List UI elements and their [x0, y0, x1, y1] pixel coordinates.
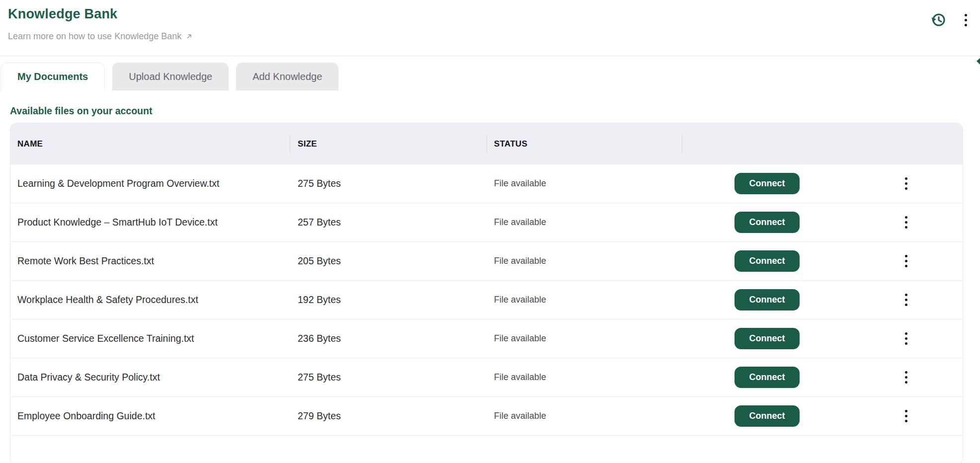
- kebab-menu-icon: [905, 177, 907, 190]
- file-status: File available: [487, 333, 682, 344]
- row-actions: Connect: [682, 319, 963, 358]
- file-size: 275 Bytes: [290, 372, 487, 383]
- connect-button[interactable]: Connect: [735, 212, 800, 233]
- tab-upload-knowledge[interactable]: Upload Knowledge: [112, 63, 229, 90]
- file-status: File available: [487, 295, 682, 305]
- file-size: 205 Bytes: [290, 255, 487, 267]
- file-name: Remote Work Best Practices.txt: [10, 255, 290, 267]
- column-header-actions: [682, 123, 963, 164]
- column-header-size: SIZE: [290, 123, 487, 164]
- page-title: Knowledge Bank: [8, 6, 980, 22]
- row-actions: Connect: [682, 281, 963, 319]
- page-header: Knowledge Bank Learn more on how to use …: [0, 0, 980, 56]
- tab-bar: My Documents Upload Knowledge Add Knowle…: [0, 56, 980, 90]
- kebab-menu-icon: [905, 255, 907, 267]
- file-name: Data Privacy & Security Policy.txt: [10, 372, 290, 383]
- table-row: Workplace Health & Safety Procedures.txt…: [10, 281, 963, 319]
- history-icon: [930, 11, 948, 29]
- row-actions: Connect: [682, 164, 963, 203]
- kebab-menu-icon: [905, 294, 907, 306]
- file-size: 279 Bytes: [290, 410, 487, 422]
- row-menu-button[interactable]: [904, 215, 908, 230]
- file-name: Workplace Health & Safety Procedures.txt: [10, 294, 290, 306]
- kebab-menu-icon: [965, 14, 967, 26]
- column-header-name: NAME: [10, 123, 290, 164]
- table-row: Employee Onboarding Guide.txt 279 Bytes …: [10, 397, 963, 436]
- file-status: File available: [487, 411, 682, 421]
- section-heading: Available files on your account: [10, 105, 963, 117]
- connect-button[interactable]: Connect: [735, 289, 800, 310]
- row-menu-button[interactable]: [904, 293, 908, 307]
- learn-more-link[interactable]: Learn more on how to use Knowledge Bank: [8, 31, 192, 42]
- table-header-row: NAME SIZE STATUS: [10, 123, 963, 164]
- table-row: Data Privacy & Security Policy.txt 275 B…: [10, 358, 963, 397]
- row-actions: Connect: [682, 203, 963, 241]
- file-status: File available: [487, 217, 682, 228]
- file-status: File available: [487, 178, 682, 189]
- file-size: 257 Bytes: [290, 217, 487, 228]
- table-row: Learning & Development Program Overview.…: [10, 164, 963, 203]
- row-actions: Connect: [682, 358, 963, 396]
- file-name: Customer Service Excellence Training.txt: [10, 333, 290, 344]
- tab-my-documents[interactable]: My Documents: [0, 63, 105, 90]
- row-menu-button[interactable]: [904, 409, 908, 423]
- table-row: Customer Service Excellence Training.txt…: [10, 319, 963, 358]
- file-size: 275 Bytes: [290, 178, 487, 189]
- row-menu-button[interactable]: [904, 176, 908, 191]
- connect-button[interactable]: Connect: [735, 173, 800, 194]
- file-size: 236 Bytes: [290, 333, 487, 344]
- row-menu-button[interactable]: [904, 331, 908, 346]
- column-header-status: STATUS: [487, 123, 682, 164]
- kebab-menu-icon: [905, 410, 907, 422]
- kebab-menu-icon: [905, 371, 907, 384]
- history-button[interactable]: [929, 10, 949, 30]
- table-body: Learning & Development Program Overview.…: [10, 164, 963, 436]
- row-actions: Connect: [682, 242, 963, 280]
- connect-button[interactable]: Connect: [735, 405, 800, 427]
- file-size: 192 Bytes: [290, 294, 487, 306]
- file-name: Product Knowledge – SmartHub IoT Device.…: [10, 217, 290, 228]
- table-row: Remote Work Best Practices.txt 205 Bytes…: [10, 242, 963, 281]
- file-status: File available: [487, 256, 682, 266]
- corner-accent-icon: [977, 58, 980, 65]
- row-actions: Connect: [682, 397, 963, 435]
- kebab-menu-icon: [905, 332, 907, 345]
- external-link-arrow-icon: [186, 33, 192, 40]
- row-menu-button[interactable]: [904, 254, 908, 268]
- table-row: Product Knowledge – SmartHub IoT Device.…: [10, 203, 963, 242]
- header-actions: [929, 10, 968, 30]
- files-table-card: NAME SIZE STATUS Learning & Development …: [10, 123, 963, 463]
- main-content: Available files on your account NAME SIZ…: [0, 105, 980, 463]
- connect-button[interactable]: Connect: [735, 367, 800, 388]
- connect-button[interactable]: Connect: [735, 328, 800, 349]
- connect-button[interactable]: Connect: [735, 250, 800, 272]
- kebab-menu-icon: [905, 216, 907, 229]
- file-status: File available: [487, 372, 682, 383]
- header-menu-button[interactable]: [964, 13, 968, 27]
- row-menu-button[interactable]: [904, 370, 908, 385]
- file-name: Employee Onboarding Guide.txt: [10, 410, 290, 422]
- knowledge-bank-page: Knowledge Bank Learn more on how to use …: [0, 0, 980, 463]
- learn-more-text: Learn more on how to use Knowledge Bank: [8, 31, 181, 42]
- tab-add-knowledge[interactable]: Add Knowledge: [236, 63, 338, 90]
- file-name: Learning & Development Program Overview.…: [10, 178, 290, 189]
